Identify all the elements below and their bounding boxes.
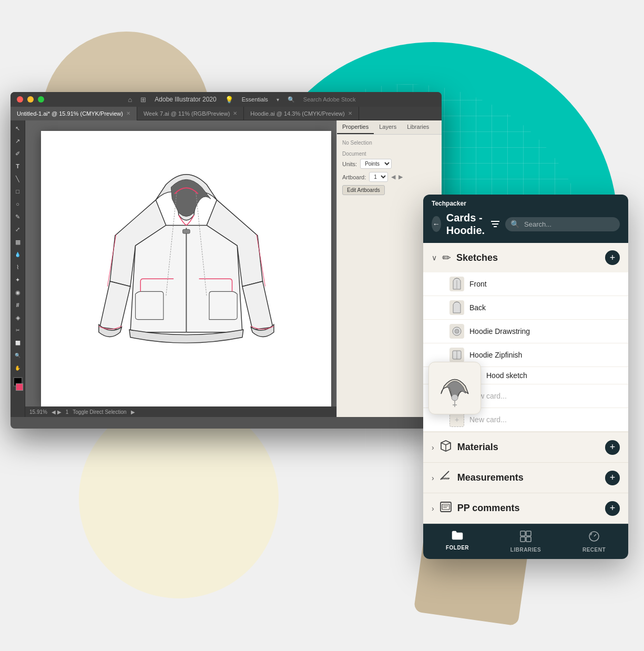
artboard-select[interactable]: 1 <box>369 172 388 182</box>
recent-nav-label: RECENT <box>582 547 606 553</box>
ai-tab-0[interactable]: Untitled-1.ai* @ 15.91% (CMYK/Preview) ✕ <box>11 107 137 120</box>
tool-selection[interactable]: ↖ <box>12 123 24 134</box>
tool-wand[interactable]: ✦ <box>12 274 24 286</box>
status-arrow: ▶ <box>131 409 135 415</box>
tool-rect[interactable]: □ <box>12 186 24 197</box>
units-row: Units: Points Pixels Inches mm <box>342 159 436 169</box>
status-separator: ◀ ▶ <box>52 409 62 415</box>
tab-libraries[interactable]: Libraries <box>402 120 434 134</box>
sketches-icon: ✏ <box>442 251 451 264</box>
tool-mesh[interactable]: # <box>12 299 24 311</box>
tool-scale[interactable]: ⤢ <box>12 223 24 235</box>
ai-tab-close-2[interactable]: ✕ <box>348 110 352 116</box>
sketches-title: Sketches <box>456 252 600 263</box>
tab-properties[interactable]: Properties <box>337 120 374 134</box>
hood-preview-svg <box>432 365 478 411</box>
svg-point-12 <box>452 394 458 401</box>
tool-pen[interactable]: ✐ <box>12 148 24 159</box>
tp-back-button[interactable]: ← <box>432 216 441 232</box>
svg-rect-1 <box>182 229 190 233</box>
tool-scissors[interactable]: ✂ <box>12 324 24 336</box>
measurements-add-button[interactable]: + <box>605 471 620 485</box>
ai-canvas-area: 15.91% ◀ ▶ 1 Toggle Direct Selection ▶ <box>25 120 336 417</box>
edit-artboards-button[interactable]: Edit Artboards <box>342 185 385 195</box>
tp-section-header-measurements[interactable]: › Measurements + <box>423 463 628 493</box>
no-selection-section: No Selection <box>342 140 436 146</box>
tool-ellipse[interactable]: ○ <box>12 198 24 210</box>
tp-search-input[interactable] <box>505 217 620 231</box>
tool-eyedropper[interactable]: 💧 <box>12 249 24 260</box>
tool-direct-selection[interactable]: ↗ <box>12 135 24 147</box>
libraries-icon <box>520 531 531 545</box>
tab-layers[interactable]: Layers <box>374 120 402 134</box>
stroke-color[interactable] <box>16 383 23 391</box>
svg-point-9 <box>455 329 459 333</box>
no-selection-label: No Selection <box>342 140 436 146</box>
grid-icon: ⊞ <box>140 96 146 104</box>
sketches-add-button[interactable]: + <box>605 250 620 265</box>
libraries-nav-label: LIBRARIES <box>510 547 541 553</box>
ai-tab-close-1[interactable]: ✕ <box>233 110 237 116</box>
pp-comments-add-button[interactable]: + <box>605 501 620 516</box>
tool-zoom[interactable]: 🔍 <box>12 350 24 361</box>
tool-lasso[interactable]: ⌇ <box>12 261 24 273</box>
svg-rect-20 <box>520 531 525 536</box>
sketch-item-back[interactable]: Back <box>423 296 628 320</box>
bulb-icon: 💡 <box>225 96 233 104</box>
sketch-name-newcard2: New card... <box>469 415 507 424</box>
svg-rect-23 <box>526 537 531 542</box>
sketch-name-drawstring: Hoodie Drawstring <box>469 327 530 335</box>
tp-filter-button[interactable] <box>490 216 500 232</box>
ai-tab-2[interactable]: Hoodie.ai @ 14.3% (CMYK/Preview) ✕ <box>244 107 359 120</box>
units-label: Units: <box>342 161 357 167</box>
tool-line[interactable]: ╲ <box>12 173 24 185</box>
filter-icon <box>490 220 500 228</box>
tp-body: ∨ ✏ Sketches + Front <box>423 243 628 524</box>
tp-section-header-sketches[interactable]: ∨ ✏ Sketches + <box>423 243 628 272</box>
minimize-button[interactable] <box>27 96 34 103</box>
chevron-down-icon: ▾ <box>277 97 279 103</box>
tp-section-header-pp-comments[interactable]: › PP comments + <box>423 493 628 523</box>
maximize-button[interactable] <box>38 96 44 103</box>
ai-window-title: Adobe Illustrator 2020 <box>155 96 216 103</box>
tool-hand[interactable]: ✋ <box>12 362 24 374</box>
ai-tab-label-0: Untitled-1.ai* @ 15.91% (CMYK/Preview) <box>17 110 123 117</box>
svg-rect-21 <box>526 531 531 536</box>
sketch-thumb-back <box>449 300 464 315</box>
next-artboard-icon[interactable]: ▶ <box>398 174 403 180</box>
tool-shape[interactable]: ◈ <box>12 312 24 323</box>
materials-add-button[interactable]: + <box>605 440 620 455</box>
tp-section-pp-comments: › PP comments + <box>423 493 628 524</box>
tool-brush[interactable]: ✎ <box>12 211 24 222</box>
ai-left-toolbar: ↖ ↗ ✐ T ╲ □ ○ ✎ ⤢ ▦ 💧 ⌇ ✦ ◉ # ◈ ✂ ⬜ 🔍 ✋ <box>11 120 25 417</box>
hoodie-svg <box>65 154 308 383</box>
units-select[interactable]: Points Pixels Inches mm <box>360 159 392 169</box>
prev-artboard-icon[interactable]: ◀ <box>391 174 395 180</box>
sketch-item-drawstring[interactable]: Hoodie Drawstring <box>423 320 628 343</box>
tp-nav-folder[interactable]: FOLDER <box>423 524 492 559</box>
ai-tab-label-1: Week 7.ai @ 11% (RGB/Preview) <box>144 110 230 117</box>
sketch-name-front: Front <box>469 280 487 288</box>
tp-nav-bar: ← Cards -Hoodie. 🔍 <box>432 211 620 243</box>
ai-tab-1[interactable]: Week 7.ai @ 11% (RGB/Preview) ✕ <box>137 107 244 120</box>
sketch-item-hood-row: Hood sketch <box>423 367 628 384</box>
essentials-label[interactable]: Essentials <box>242 96 268 103</box>
ai-window: ⌂ ⊞ Adobe Illustrator 2020 💡 Essentials … <box>11 92 442 429</box>
artboard-label: Artboard: <box>342 174 366 180</box>
hoodie-container <box>41 131 331 406</box>
close-button[interactable] <box>17 96 23 103</box>
tp-nav-recent[interactable]: RECENT <box>560 524 628 559</box>
sketches-list: Front Back <box>423 272 628 432</box>
tool-eraser[interactable]: ⬜ <box>12 337 24 349</box>
tool-blob[interactable]: ◉ <box>12 287 24 298</box>
tp-nav-libraries[interactable]: LIBRARIES <box>492 524 560 559</box>
tool-type[interactable]: T <box>12 160 24 172</box>
ai-tab-close-0[interactable]: ✕ <box>126 110 130 116</box>
sketch-item-front[interactable]: Front <box>423 272 628 296</box>
tp-section-header-materials[interactable]: › Materials + <box>423 432 628 462</box>
zoom-level: 15.91% <box>29 409 47 415</box>
materials-title: Materials <box>457 442 600 453</box>
ai-top-search-label[interactable]: Search Adobe Stock <box>303 96 356 103</box>
tp-title: Cards -Hoodie. <box>446 211 485 237</box>
tool-gradient[interactable]: ▦ <box>12 236 24 248</box>
